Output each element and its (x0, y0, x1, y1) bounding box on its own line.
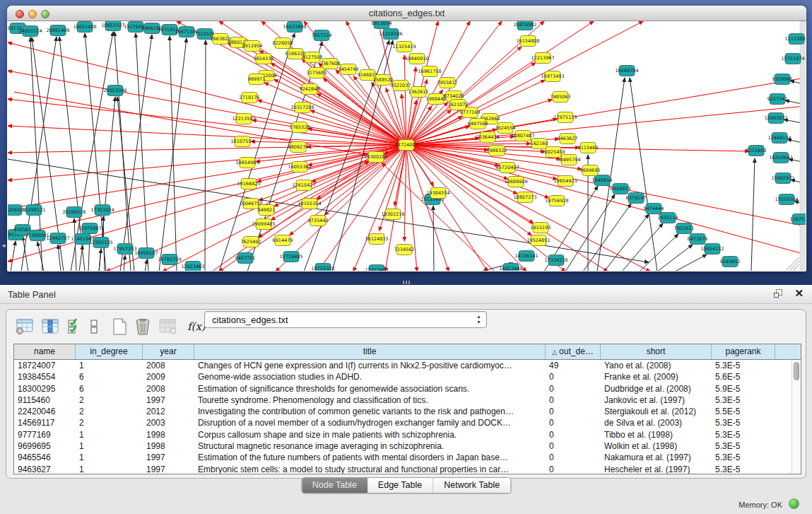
graph-node[interactable]: 9735443 (308, 216, 329, 226)
graph-node[interactable]: 1167533 (790, 214, 806, 225)
graph-node[interactable]: 1615193 (531, 223, 551, 233)
graph-node[interactable]: 15716485 (279, 252, 302, 262)
graph-node[interactable]: 7986322 (487, 146, 507, 156)
table-row[interactable]: 1872400712008Changes of HCN gene express… (14, 360, 801, 371)
graph-node[interactable]: 1765328 (290, 122, 310, 133)
graph-node[interactable]: 20206526 (62, 207, 86, 218)
function-builder-icon[interactable]: f(x) (187, 320, 206, 333)
delete-table-icon[interactable] (134, 317, 151, 336)
graph-node[interactable]: 11123804 (784, 34, 806, 45)
graph-node[interactable]: 16958107 (134, 248, 158, 259)
graph-node[interactable]: 15992971 (771, 173, 794, 184)
select-columns-icon[interactable] (41, 318, 59, 335)
table-row[interactable]: 946554611997Estimation of the future num… (14, 452, 801, 463)
graph-node[interactable]: 10688609 (504, 177, 527, 187)
graph-node[interactable]: 9329966 (772, 74, 793, 85)
float-panel-icon[interactable] (774, 289, 784, 299)
column-header-short[interactable]: short (601, 344, 712, 359)
graph-node[interactable]: 7234562 (394, 245, 415, 255)
graph-node[interactable]: 10651408 (73, 22, 96, 33)
graph-node[interactable]: 8813054 (372, 21, 392, 29)
close-panel-icon[interactable]: ✕ (794, 288, 804, 299)
graph-node[interactable]: 7485063 (551, 92, 571, 103)
graph-node[interactable]: 16033809 (283, 22, 306, 33)
panel-resize-grip[interactable] (403, 281, 411, 284)
graph-node[interactable]: 12093872 (764, 113, 787, 124)
graph-node[interactable]: 10807487 (511, 131, 534, 141)
graph-node[interactable]: 19166825 (237, 179, 260, 189)
graph-node[interactable]: 8912954 (242, 41, 263, 52)
scrollbar-thumb[interactable] (794, 362, 799, 380)
graph-node[interactable]: 18302216 (381, 209, 404, 220)
select-all-icon[interactable] (66, 318, 82, 335)
graph-node[interactable]: 6497568 (468, 119, 488, 129)
graph-node[interactable]: 7932621 (674, 223, 695, 234)
graph-node[interactable]: 9245652 (720, 257, 741, 267)
graph-node[interactable]: 12975115 (553, 112, 577, 123)
graph-node[interactable]: 19756928 (545, 196, 568, 206)
graph-node[interactable]: 3175685 (307, 68, 327, 78)
graph-node[interactable]: 3624554 (495, 123, 516, 134)
graph-node[interactable]: 7955812 (437, 78, 458, 88)
window-titlebar[interactable]: citations_edges.txt (7, 6, 806, 21)
column-header-year[interactable]: year (143, 344, 194, 359)
graph-node[interactable]: 8215958 (746, 146, 767, 156)
graph-node[interactable]: 17016504 (775, 194, 798, 205)
tab-node-table[interactable]: Node Table (302, 478, 367, 493)
graph-node[interactable]: 12923468 (365, 265, 388, 271)
graph-node[interactable]: 11325419 (392, 42, 416, 52)
table-row[interactable]: 946362711997Embryonic stem cells: a mode… (14, 464, 801, 474)
graph-node[interactable]: 20364436 (476, 132, 499, 143)
graph-node[interactable]: 2935114 (658, 213, 678, 223)
graph-node[interactable]: 32975867 (78, 223, 101, 234)
table-row[interactable]: 2242004622012Investigating the contribut… (14, 406, 801, 417)
graph-node[interactable]: 7625402 (241, 237, 261, 247)
column-header-name[interactable]: name (14, 344, 76, 359)
graph-node[interactable]: 17957253 (113, 244, 136, 255)
graph-node[interactable]: 1640954 (592, 175, 613, 186)
table-options-icon[interactable] (15, 318, 34, 335)
table-row[interactable]: 977716911998Corpus callosum shape and si… (14, 429, 801, 440)
graph-node[interactable]: 12923463 (181, 262, 204, 271)
graph-node[interactable]: 1654338 (254, 54, 274, 64)
graph-node[interactable]: 12213593 (232, 114, 255, 124)
graph-node[interactable]: 17334216 (544, 255, 567, 266)
column-header-out_de[interactable]: △out_de… (546, 344, 601, 359)
graph-node[interactable]: 16961758 (418, 66, 441, 77)
table-row[interactable]: 1830029562008Estimation of significance … (14, 383, 801, 395)
new-table-icon[interactable] (112, 317, 127, 336)
graph-node[interactable]: 15298121 (22, 205, 45, 216)
citation-network-graph[interactable]: 9913141240557242089140610651408106533271… (8, 21, 806, 271)
graph-node[interactable]: 16648784 (615, 66, 638, 76)
graph-node[interactable]: 14136141 (514, 251, 538, 262)
graph-node[interactable]: 19524851 (526, 235, 550, 246)
graph-node[interactable]: 9457751 (235, 253, 256, 264)
graph-node[interactable]: 9699695 (580, 165, 601, 176)
graph-node[interactable]: 18654985 (235, 158, 259, 168)
graph-node[interactable]: 20053346 (103, 86, 126, 96)
graph-node[interactable]: 9463627 (558, 134, 578, 144)
graph-node[interactable]: 9242848 (300, 84, 320, 95)
column-header-title[interactable]: title (194, 344, 546, 359)
graph-node[interactable]: 6958923 (611, 184, 631, 194)
graph-node[interactable]: 12444134 (767, 133, 791, 144)
graph-node[interactable]: 16154808 (516, 36, 539, 47)
graph-node[interactable]: 9474444 (644, 204, 664, 214)
graph-node[interactable]: 17353924 (90, 205, 114, 216)
table-row[interactable]: 1938455462009Genome-wide association stu… (14, 371, 801, 382)
graph-node[interactable]: 19654923 (553, 176, 577, 187)
memory-status-indicator[interactable] (789, 498, 799, 509)
graph-node[interactable]: 989971 (248, 74, 266, 85)
graph-node[interactable]: 7857224 (312, 30, 332, 41)
table-row[interactable]: 969969511998Structural magnetic resonanc… (14, 440, 801, 452)
network-canvas[interactable]: 9913141240557242089140610651408106533271… (8, 21, 806, 271)
graph-node[interactable]: 6914479 (273, 235, 293, 246)
graph-node[interactable]: 9115460 (578, 143, 599, 153)
graph-node[interactable]: 9227341 (767, 94, 788, 105)
graph-node[interactable]: 1621072 (448, 100, 469, 110)
tab-edge-table[interactable]: Edge Table (367, 478, 433, 493)
graph-node[interactable]: 9806274 (288, 142, 309, 153)
graph-node[interactable]: 8471676 (688, 234, 708, 245)
unselect-all-icon[interactable] (89, 318, 99, 335)
graph-node[interactable]: 11218586 (379, 29, 402, 40)
